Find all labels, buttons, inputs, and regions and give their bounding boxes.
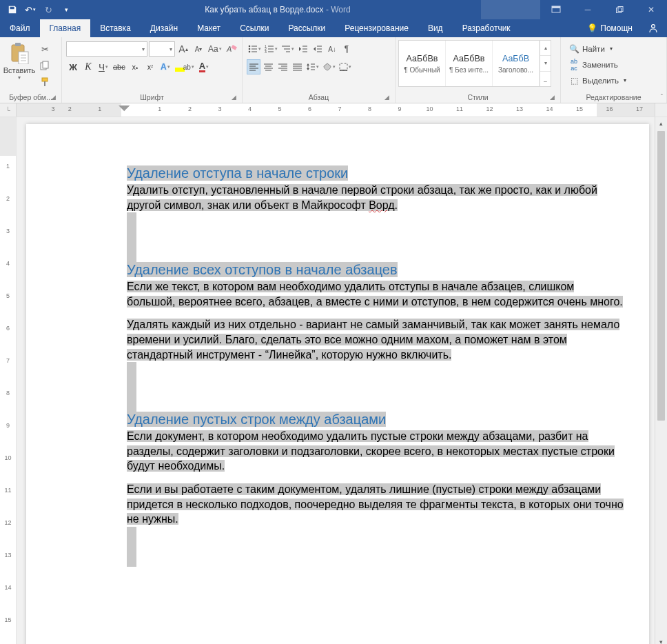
strikethrough-button[interactable]: abc <box>112 59 127 74</box>
scroll-thumb[interactable] <box>657 131 665 421</box>
vertical-scrollbar[interactable]: ▴ ▾ <box>655 117 667 644</box>
tab-selector-icon[interactable]: └ <box>0 103 17 117</box>
font-color-icon[interactable]: A▾ <box>197 59 211 74</box>
svg-text:3: 3 <box>265 50 267 53</box>
style-gallery: АаБбВв ¶ Обычный АаБбВв ¶ Без инте... Аа… <box>398 40 551 87</box>
show-marks-icon[interactable]: ¶ <box>340 41 353 57</box>
subscript-button[interactable]: x₂ <box>128 59 142 74</box>
borders-icon[interactable]: ▾ <box>338 59 353 74</box>
heading-3: Удаление пустых строк между абзацами <box>127 412 386 427</box>
styles-launcher-icon[interactable]: ◢ <box>548 93 556 101</box>
increase-indent-icon[interactable] <box>311 41 325 57</box>
align-left-icon[interactable] <box>247 59 260 74</box>
group-editing: 🔍Найти▾ abacЗаменить ⬚Выделить▾ Редактир… <box>561 37 667 103</box>
clipboard-launcher-icon[interactable]: ◢ <box>49 93 57 101</box>
grow-font-icon[interactable]: A▴ <box>176 41 190 57</box>
document-viewport[interactable]: Удаление отступа в начале строки Удалить… <box>17 117 655 644</box>
svg-rect-6 <box>15 43 21 46</box>
underline-button[interactable]: Ч▾ <box>96 59 110 74</box>
line-spacing-icon[interactable]: ▾ <box>305 59 320 74</box>
lightbulb-icon: 💡 <box>587 23 597 33</box>
collapse-ribbon-icon[interactable]: ˆ <box>661 94 663 101</box>
text-effects-icon[interactable]: A▾ <box>158 59 172 74</box>
close-icon[interactable]: ✕ <box>635 0 667 19</box>
format-painter-icon[interactable] <box>37 74 52 90</box>
align-right-icon[interactable] <box>276 59 289 74</box>
cut-icon[interactable]: ✂ <box>37 41 52 57</box>
group-font-label: Шрифт ◢ <box>65 91 239 103</box>
bold-button[interactable]: Ж <box>66 59 80 74</box>
superscript-button[interactable]: x² <box>143 59 157 74</box>
redo-icon[interactable]: ↻ <box>40 1 57 18</box>
tab-references[interactable]: Ссылки <box>230 19 278 37</box>
tab-view[interactable]: Вид <box>418 19 453 37</box>
tab-mailings[interactable]: Рассылки <box>278 19 335 37</box>
gallery-down-icon[interactable]: ▾ <box>540 56 551 71</box>
clear-formatting-icon[interactable]: A <box>225 41 238 57</box>
group-clipboard: Вставить ▾ ✂ Буфер обм... ◢ <box>0 37 62 103</box>
bullets-icon[interactable]: ▾ <box>247 41 263 57</box>
multilevel-list-icon[interactable]: ▾ <box>280 41 296 57</box>
tab-design[interactable]: Дизайн <box>141 19 187 37</box>
align-center-icon[interactable] <box>261 59 275 74</box>
heading-1: Удаление отступа в начале строки <box>127 165 348 181</box>
svg-rect-3 <box>618 6 623 11</box>
ruler-horizontal[interactable]: ◥◤ 3 21 1234 5678 9101112 13141516 17 <box>17 103 655 117</box>
paste-icon[interactable] <box>8 41 31 65</box>
paste-button[interactable]: Вставить <box>3 66 36 74</box>
paragraph-launcher-icon[interactable]: ◢ <box>382 93 391 101</box>
shrink-font-icon[interactable]: A▾ <box>192 41 205 57</box>
italic-button[interactable]: К <box>81 59 95 74</box>
group-styles-label: Стили ◢ <box>398 91 557 103</box>
tell-me[interactable]: 💡 Помощн <box>580 19 639 37</box>
ribbon-tabs: Файл Главная Вставка Дизайн Макет Ссылки… <box>0 19 667 37</box>
minimize-icon[interactable]: ─ <box>572 0 604 19</box>
style-normal[interactable]: АаБбВв ¶ Обычный <box>399 41 446 86</box>
font-size-combo[interactable]: ▾ <box>149 41 175 57</box>
svg-rect-14 <box>44 81 45 86</box>
maximize-icon[interactable] <box>604 0 635 19</box>
paste-menu-arrow-icon[interactable]: ▾ <box>18 74 21 81</box>
qat-customize-icon[interactable]: ▾ <box>58 1 74 18</box>
highlight-color-icon[interactable]: ab▾ <box>174 59 196 74</box>
svg-rect-58 <box>340 63 347 70</box>
sort-icon[interactable]: A↓ <box>325 41 339 57</box>
style-no-spacing[interactable]: АаБбВв ¶ Без инте... <box>446 41 493 86</box>
gallery-up-icon[interactable]: ▴ <box>540 41 551 56</box>
tab-developer[interactable]: Разработчик <box>453 19 520 37</box>
search-icon: 🔍 <box>569 44 579 54</box>
heading-2: Удаление всех отступов в начале абзацев <box>127 262 398 277</box>
share-icon[interactable] <box>639 19 667 37</box>
scroll-up-icon[interactable]: ▴ <box>655 117 667 130</box>
group-font: ▾ ▾ A▴ A▾ Aa▾ A Ж К Ч▾ abc x₂ x² A▾ <box>62 37 243 103</box>
tab-layout[interactable]: Макет <box>187 19 230 37</box>
ruler-vertical[interactable]: 1234 5678 9101112 131415 <box>0 117 17 644</box>
svg-point-21 <box>249 51 251 53</box>
tab-home[interactable]: Главная <box>40 19 91 37</box>
scroll-down-icon[interactable]: ▾ <box>655 636 667 644</box>
find-button[interactable]: 🔍Найти▾ <box>566 41 629 56</box>
font-launcher-icon[interactable]: ◢ <box>229 93 238 101</box>
para-4: Если документ, в котором необходимо удал… <box>127 430 615 472</box>
gallery-more-icon[interactable]: ⎯ <box>540 72 551 86</box>
change-case-icon[interactable]: Aa▾ <box>207 41 223 57</box>
account-blurred[interactable] <box>481 0 540 19</box>
copy-icon[interactable] <box>37 58 52 73</box>
ribbon-display-options-icon[interactable] <box>540 0 572 19</box>
undo-icon[interactable]: ↶▾ <box>22 1 39 18</box>
shading-icon[interactable]: ▾ <box>321 59 337 74</box>
group-paragraph-label: Абзац ◢ <box>245 91 392 103</box>
style-heading1[interactable]: АаБбВ Заголово... <box>493 41 540 86</box>
justify-icon[interactable] <box>290 59 304 74</box>
select-button[interactable]: ⬚Выделить▾ <box>566 73 629 88</box>
font-name-combo[interactable]: ▾ <box>66 41 147 57</box>
numbering-icon[interactable]: 123▾ <box>263 41 279 57</box>
tab-review[interactable]: Рецензирование <box>335 19 418 37</box>
tab-file[interactable]: Файл <box>0 19 40 37</box>
para-2: Если же текст, в котором вам необходимо … <box>127 281 623 308</box>
replace-button[interactable]: abacЗаменить <box>566 57 629 72</box>
tab-insert[interactable]: Вставка <box>90 19 141 37</box>
decrease-indent-icon[interactable] <box>296 41 310 57</box>
save-icon[interactable] <box>4 1 21 18</box>
ribbon: Вставить ▾ ✂ Буфер обм... ◢ ▾ <box>0 37 667 103</box>
